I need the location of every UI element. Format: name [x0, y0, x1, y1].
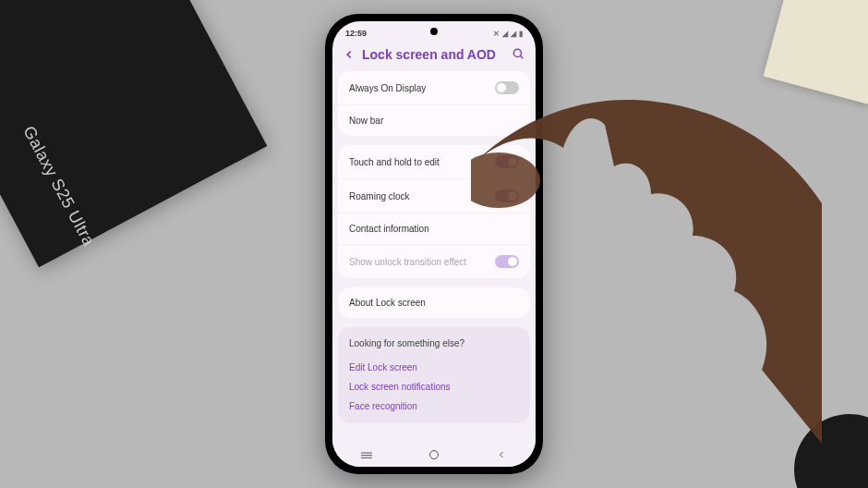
row-label: Touch and hold to edit — [349, 157, 495, 167]
phone-frame: 12:59 ✕ ◢ ◢ ▮ Lock screen and AOD Always — [325, 14, 543, 474]
section-display: Always On Display Now bar — [338, 71, 530, 136]
nav-back[interactable] — [483, 448, 520, 461]
row-contact-info[interactable]: Contact information — [338, 214, 530, 245]
toggle-unlock-effect — [495, 255, 519, 268]
mute-icon: ✕ — [493, 30, 500, 38]
page-header: Lock screen and AOD — [332, 42, 536, 71]
link-edit-lock-screen[interactable]: Edit Lock screen — [349, 358, 519, 377]
corner-prop-2 — [794, 414, 868, 488]
row-label: Contact information — [349, 224, 519, 234]
product-box: Galaxy S25 Ultra — [0, 0, 267, 267]
svg-line-1 — [520, 55, 523, 58]
toggle-touch-hold[interactable] — [495, 155, 519, 168]
nav-recents[interactable] — [348, 448, 385, 461]
link-lock-notifications[interactable]: Lock screen notifications — [349, 377, 519, 396]
box-label: Galaxy S25 Ultra — [18, 123, 98, 250]
row-always-on-display[interactable]: Always On Display — [338, 71, 530, 105]
row-unlock-effect: Show unlock transition effect — [338, 245, 530, 278]
settings-content: Always On Display Now bar Touch and hold… — [332, 71, 536, 443]
row-label: Always On Display — [349, 83, 495, 93]
nav-bar — [332, 443, 536, 467]
phone-screen: 12:59 ✕ ◢ ◢ ▮ Lock screen and AOD Always — [332, 21, 536, 467]
camera-hole — [430, 28, 438, 35]
link-face-recognition[interactable]: Face recognition — [349, 396, 519, 416]
svg-point-5 — [429, 451, 438, 459]
toggle-always-on-display[interactable] — [495, 81, 519, 94]
row-about-lock-screen[interactable]: About Lock screen — [338, 287, 530, 318]
nav-home[interactable] — [416, 448, 452, 461]
wifi-icon: ◢ — [502, 30, 508, 38]
row-touch-hold[interactable]: Touch and hold to edit — [338, 145, 530, 179]
toggle-roaming-clock[interactable] — [495, 189, 519, 202]
row-label: Now bar — [349, 116, 519, 126]
section-edit: Touch and hold to edit Roaming clock Con… — [338, 145, 530, 278]
search-button[interactable] — [512, 47, 526, 62]
corner-prop — [764, 0, 868, 104]
svg-point-0 — [513, 49, 521, 56]
section-related: Looking for something else? Edit Lock sc… — [338, 327, 530, 423]
signal-icon: ◢ — [511, 30, 516, 38]
row-roaming-clock[interactable]: Roaming clock — [338, 179, 530, 214]
section-about: About Lock screen — [338, 287, 530, 318]
row-label: About Lock screen — [349, 298, 519, 308]
page-title: Lock screen and AOD — [362, 47, 506, 62]
row-now-bar[interactable]: Now bar — [338, 105, 530, 136]
row-label: Roaming clock — [349, 191, 495, 201]
battery-icon: ▮ — [519, 30, 523, 38]
back-button[interactable] — [342, 47, 356, 62]
status-icons: ✕ ◢ ◢ ▮ — [493, 30, 523, 38]
related-heading: Looking for something else? — [349, 338, 519, 348]
status-time: 12:59 — [345, 29, 367, 38]
row-label: Show unlock transition effect — [349, 257, 495, 267]
